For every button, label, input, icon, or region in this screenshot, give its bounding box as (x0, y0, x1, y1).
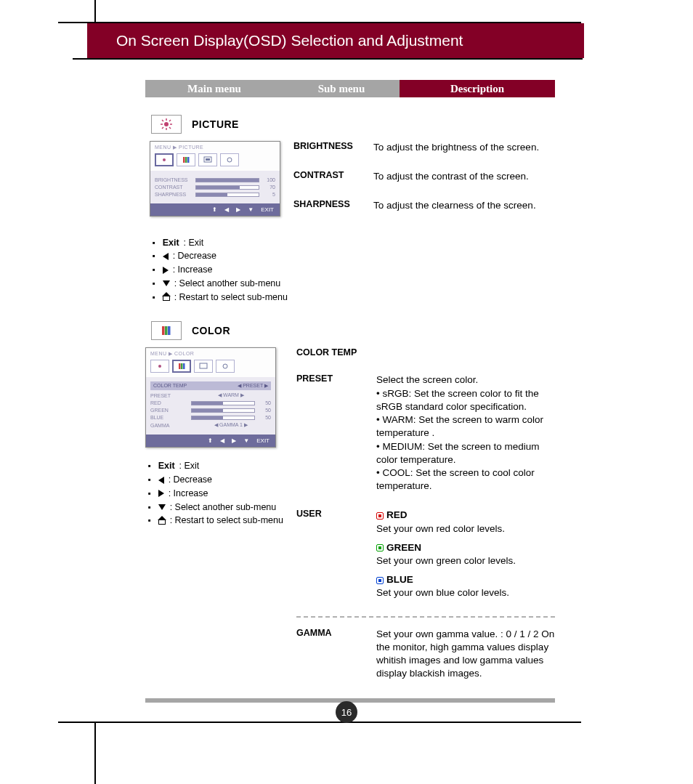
svg-rect-16 (162, 326, 165, 335)
legend-increase: : Increase (153, 263, 555, 277)
legend-exit-desc: : Exit (184, 236, 204, 250)
user-red-label: RED (386, 509, 408, 520)
user-blue-desc: Set your own blue color levels. (376, 586, 555, 599)
legend-select: : Select another sub-menu (153, 277, 555, 291)
svg-line-7 (169, 120, 171, 121)
osd-tab-display-icon (194, 360, 213, 373)
legend-restart: : Restart to select sub-menu (148, 514, 283, 528)
picture-osd-footer: ⬆◀▶▼EXIT (150, 203, 280, 216)
svg-point-0 (164, 122, 169, 126)
header-sub-menu: Sub menu (283, 80, 400, 97)
user-blue-label: BLUE (386, 574, 413, 585)
legend-exit: Exit : Exit (153, 236, 555, 250)
legend-exit-label: Exit (163, 236, 179, 250)
picture-row: MENU ▶ PICTURE BRIGHTNESS100 CONTRAST70 … (145, 141, 555, 229)
svg-rect-12 (187, 157, 190, 163)
legend-select: : Select another sub-menu (148, 501, 283, 514)
osd-contrast-value: 70 (262, 185, 275, 190)
osd-sharpness-label: SHARPNESS (155, 192, 192, 197)
osd-tab-other-icon (220, 153, 239, 166)
desc-preset: Select the screen color. • sRGB: Set the… (376, 373, 555, 493)
home-up-icon (163, 294, 170, 301)
content-area: Main menu Sub menu Description PICTURE M… (145, 80, 555, 703)
green-square-icon (376, 544, 384, 551)
legend-exit: Exit : Exit (148, 459, 283, 473)
color-osd-tabs (146, 358, 275, 377)
header-description: Description (400, 80, 555, 97)
user-green-desc: Set your own green color levels. (376, 554, 555, 567)
color-row: MENU ▶ COLOR COLOR TEMP◀ PRESET ▶ PRESET… (145, 347, 555, 680)
triangle-left-icon (163, 253, 169, 260)
color-osd-footer: ⬆◀▶▼EXIT (146, 435, 275, 447)
sub-sharpness: SHARPNESS (293, 199, 363, 212)
svg-point-19 (158, 365, 161, 368)
svg-point-15 (227, 158, 232, 162)
svg-point-24 (223, 364, 227, 368)
blue-square-icon (376, 577, 384, 584)
svg-rect-20 (179, 363, 181, 369)
section-color-header: COLOR (151, 321, 555, 340)
legend-decrease: : Decrease (153, 249, 555, 263)
osd-tab-color-icon (172, 360, 191, 373)
sub-colortemp: COLOR TEMP (296, 347, 366, 357)
osd-brightness-label: BRIGHTNESS (155, 177, 192, 182)
legend-decrease: : Decrease (148, 473, 283, 487)
svg-rect-21 (181, 363, 183, 369)
osd-brightness-value: 100 (262, 177, 275, 182)
svg-rect-22 (183, 363, 185, 369)
page-title-band: On Screen Display(OSD) Selection and Adj… (87, 23, 584, 58)
desc-user: RED Set your own red color levels. GREEN… (376, 509, 555, 599)
user-green-label: GREEN (386, 542, 421, 553)
desc-sharpness: To adjust the clearness of the screen. (373, 199, 555, 212)
section-picture-header: PICTURE (151, 115, 555, 134)
color-icon (151, 321, 182, 340)
osd-colortemp-label: COLOR TEMP (153, 383, 187, 389)
color-osd-preview: MENU ▶ COLOR COLOR TEMP◀ PRESET ▶ PRESET… (145, 347, 276, 448)
page-title: On Screen Display(OSD) Selection and Adj… (116, 32, 463, 49)
color-osd-breadcrumb: MENU ▶ COLOR (146, 348, 275, 358)
osd-sharpness-value: 5 (262, 192, 275, 197)
svg-rect-10 (183, 157, 185, 163)
picture-osd-tabs (150, 152, 280, 171)
svg-rect-11 (185, 157, 187, 163)
svg-rect-14 (206, 158, 210, 161)
section-picture-label: PICTURE (192, 118, 239, 130)
svg-rect-18 (168, 326, 171, 335)
svg-line-6 (169, 127, 171, 129)
legend-restart: : Restart to select sub-menu (153, 291, 555, 304)
red-square-icon (376, 512, 384, 520)
footer-vline (94, 723, 96, 784)
desc-brightness: To adjust the brightness of the screen. (373, 141, 555, 154)
osd-preset-indicator: PRESET (243, 383, 263, 388)
color-definitions: COLOR TEMP PRESET Select the screen colo… (296, 347, 555, 680)
sub-contrast: CONTRAST (293, 170, 363, 183)
svg-point-9 (163, 158, 166, 161)
picture-osd-exit: EXIT (261, 206, 274, 213)
sub-gamma: GAMMA (296, 628, 366, 681)
footer-hline (58, 722, 581, 723)
picture-legend: Exit : Exit : Decrease : Increase : Sele… (153, 236, 555, 304)
osd-tab-picture-icon (155, 153, 174, 166)
triangle-down-icon (158, 504, 166, 510)
picture-definitions: BRIGHTNESSTo adjust the brightness of th… (293, 141, 555, 229)
osd-tab-picture-icon (150, 360, 169, 373)
picture-osd-preview: MENU ▶ PICTURE BRIGHTNESS100 CONTRAST70 … (150, 141, 280, 217)
color-legend: Exit : Exit : Decrease : Increase : Sele… (148, 459, 283, 528)
osd-tab-display-icon (198, 153, 217, 166)
desc-gamma: Set your own gamma value. : 0 / 1 / 2 On… (376, 628, 555, 681)
osd-tab-other-icon (216, 360, 235, 373)
picture-icon (151, 115, 182, 134)
column-header-row: Main menu Sub menu Description (145, 80, 555, 97)
title-underline (73, 58, 583, 60)
svg-line-5 (162, 120, 163, 121)
osd-tab-color-icon (177, 153, 195, 166)
header-main-menu: Main menu (145, 80, 283, 97)
osd-contrast-label: CONTRAST (155, 185, 192, 190)
home-up-icon (158, 517, 166, 525)
desc-contrast: To adjust the contrast of the screen. (373, 170, 555, 183)
svg-line-8 (162, 127, 163, 129)
legend-increase: : Increase (148, 487, 283, 501)
triangle-right-icon (163, 267, 169, 274)
sub-user: USER (296, 509, 366, 599)
triangle-right-icon (158, 490, 164, 497)
